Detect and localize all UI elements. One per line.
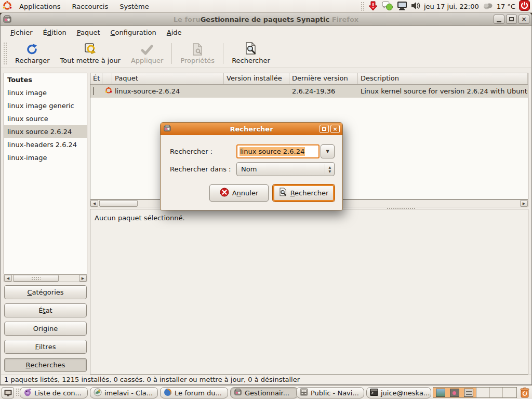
scroll-right-icon[interactable]: ▶ <box>520 200 528 207</box>
menu-systeme[interactable]: Système <box>115 1 153 12</box>
synaptic-window-icon <box>3 15 12 24</box>
origine-button[interactable]: Origine <box>4 322 87 336</box>
task-pidgin[interactable]: Liste de con... <box>20 387 88 398</box>
sidebar-hscrollbar[interactable]: ◀ ▶ <box>4 274 87 282</box>
task-synaptic[interactable]: Gestionnair... <box>230 387 298 398</box>
column-header-version-installee[interactable]: Version installée <box>224 73 289 84</box>
search-submit-button[interactable]: Rechercher <box>273 184 335 202</box>
column-header-derniere-version[interactable]: Dernière version <box>289 73 358 84</box>
cancel-button[interactable]: Annuler <box>209 184 269 202</box>
window-titlebar[interactable]: Le foruGestionnaire de paquets Synaptic … <box>1 13 531 26</box>
scroll-left-icon[interactable]: ◀ <box>90 200 98 207</box>
list-item[interactable]: Toutes <box>4 73 87 86</box>
terminal-icon <box>370 389 378 397</box>
workspace-cell[interactable] <box>490 388 503 397</box>
menu-raccourcis[interactable]: Raccourcis <box>67 1 113 12</box>
list-item[interactable]: linux source <box>4 112 87 125</box>
categories-button[interactable]: Catégories <box>4 285 87 299</box>
update-all-icon <box>84 42 97 56</box>
workspace-cell[interactable] <box>476 388 490 397</box>
column-header-supported[interactable] <box>102 73 112 84</box>
display-icon[interactable] <box>397 1 407 12</box>
scope-label: Rechercher dans : <box>170 165 231 173</box>
desktop: Applications Raccourcis Système <box>0 0 532 399</box>
list-item[interactable]: linux image <box>4 86 87 99</box>
workspace-active[interactable] <box>433 388 476 397</box>
properties-icon <box>192 42 203 56</box>
clock[interactable]: jeu 17 jui, 22:00 <box>424 3 479 10</box>
minimize-button[interactable] <box>494 15 504 24</box>
menu-fichier[interactable]: Fichier <box>5 27 38 38</box>
description-pane: Aucun paquet sélectionné. <box>90 209 528 375</box>
proprietes-button: Propriétés <box>175 40 220 66</box>
mini-window-icon <box>450 389 459 397</box>
search-dialog: Rechercher × Rechercher : linux source 2… <box>160 122 343 210</box>
tasklist-handle[interactable] <box>16 388 19 397</box>
search-history-dropdown[interactable]: ▼ <box>321 144 335 158</box>
ubuntu-logo-icon[interactable] <box>2 1 12 12</box>
no-package-selected-text: Aucun paquet sélectionné. <box>90 209 528 227</box>
rechercher-toolbar-button[interactable]: Rechercher <box>227 40 275 66</box>
menu-edition[interactable]: Édition <box>38 27 72 38</box>
refresh-icon <box>26 42 38 56</box>
trash-icon[interactable] <box>520 387 530 399</box>
scroll-left-icon[interactable]: ◀ <box>4 275 12 282</box>
search-input[interactable]: linux source 2.6.24 <box>236 144 320 158</box>
maximize-button[interactable] <box>506 15 517 24</box>
temperature[interactable]: 17 °C <box>497 3 515 10</box>
column-header-paquet[interactable]: Paquet <box>112 73 224 84</box>
scroll-right-icon[interactable]: ▶ <box>79 275 87 282</box>
table-header: Ét Paquet Version installée Dernière ver… <box>90 73 528 85</box>
search-label: Rechercher : <box>170 148 212 155</box>
tout-mettre-a-jour-button[interactable]: Tout mettre à jour <box>55 40 126 66</box>
bottom-taskbar: Liste de con... imelavi - Cla... Le foru… <box>0 385 532 399</box>
chat-status-icon[interactable] <box>382 1 393 12</box>
mini-window-icon <box>464 389 473 397</box>
close-button[interactable]: × <box>518 15 529 24</box>
toolbar-separator <box>223 43 223 64</box>
package-checkbox[interactable] <box>93 87 94 95</box>
etat-button[interactable]: État <box>4 303 87 317</box>
list-item[interactable]: linux-image <box>4 151 87 164</box>
column-header-etat[interactable]: Ét <box>90 73 102 84</box>
cancel-x-icon <box>220 188 229 198</box>
update-notifier-icon[interactable] <box>368 1 378 12</box>
statusbar: 1 paquets listés, 1215 installés, 0 cass… <box>1 375 531 384</box>
pane-splitter-handle[interactable] <box>387 207 416 210</box>
scope-selected-value: Nom <box>241 165 257 173</box>
menubar: Fichier Édition Paquet Configuration Aid… <box>1 26 531 39</box>
task-firefox[interactable]: Le forum du... <box>160 387 228 398</box>
menu-applications[interactable]: Applications <box>15 1 65 12</box>
dialog-title: Rechercher <box>161 125 342 133</box>
list-item[interactable]: linux-headers 2.6.24 <box>4 138 87 151</box>
table-row[interactable]: linux-source-2.6.24 2.6.24-19.36 Linux k… <box>90 85 528 98</box>
toolbar-handle[interactable] <box>3 42 7 65</box>
column-header-description[interactable]: Description <box>358 73 528 84</box>
menu-configuration[interactable]: Configuration <box>105 27 161 38</box>
task-nautilus[interactable]: Public - Navi... <box>296 387 364 398</box>
task-terminal[interactable]: juice@neska... <box>366 387 431 398</box>
workspace-cell[interactable] <box>503 388 516 397</box>
recherches-button[interactable]: Recherches <box>4 358 87 372</box>
show-desktop-button[interactable] <box>2 387 14 398</box>
menu-paquet[interactable]: Paquet <box>72 27 105 38</box>
spinner-arrows-icon: ▲▼ <box>325 164 334 174</box>
list-item-selected[interactable]: linux source 2.6.24 <box>4 125 87 138</box>
scope-select[interactable]: Nom ▲▼ <box>236 162 335 176</box>
menu-aide[interactable]: Aide <box>162 27 187 38</box>
firefox-icon <box>164 388 172 398</box>
list-item[interactable]: linux image generic <box>4 99 87 112</box>
weather-icon[interactable] <box>483 2 493 11</box>
pidgin-icon <box>23 388 32 398</box>
recharger-button[interactable]: Recharger <box>10 40 55 66</box>
tray-handle[interactable] <box>361 2 364 11</box>
gnome-top-panel: Applications Raccourcis Système <box>0 0 532 13</box>
workspace-switcher[interactable] <box>433 387 517 398</box>
dialog-titlebar[interactable]: Rechercher × <box>161 123 342 135</box>
filtres-button[interactable]: Filtres <box>4 340 87 354</box>
latest-version: 2.6.24-19.36 <box>289 87 358 95</box>
volume-icon[interactable] <box>411 2 420 11</box>
search-doc-icon <box>279 188 287 198</box>
power-button-icon[interactable] <box>519 0 530 12</box>
task-claws-mail[interactable]: imelavi - Cla... <box>90 387 158 398</box>
